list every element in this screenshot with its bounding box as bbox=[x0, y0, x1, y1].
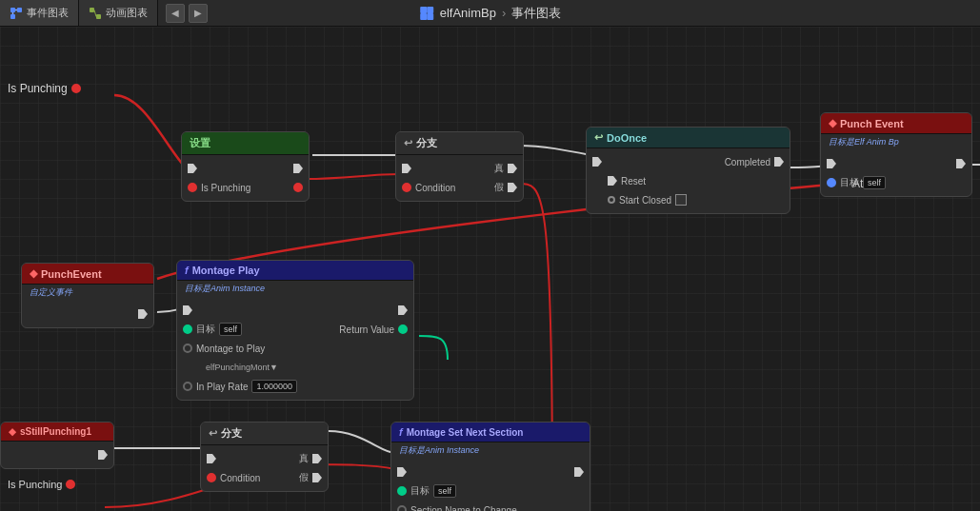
svg-rect-5 bbox=[90, 8, 94, 12]
mp-exec-out[interactable] bbox=[398, 305, 408, 315]
branch1-condition-pin[interactable] bbox=[402, 183, 411, 192]
doonce-reset-pin[interactable] bbox=[608, 176, 617, 186]
punch-event-exec-row bbox=[821, 154, 971, 173]
still-punching-body bbox=[1, 442, 113, 468]
montage-play-node: f Montage Play 目标是Anim Instance 目标 self … bbox=[176, 260, 414, 401]
set-node: 设置 Is Punching bbox=[181, 131, 310, 202]
mp-rate-label: In Play Rate bbox=[196, 382, 248, 392]
var-is-punching-node: Is Punching bbox=[8, 82, 81, 95]
set-ispunching-out-pin[interactable] bbox=[293, 183, 303, 192]
punch-event-header: ◆ Punch Event bbox=[821, 113, 971, 134]
branch1-header: ↩ 分支 bbox=[396, 132, 523, 155]
ms-target-value: self bbox=[433, 484, 456, 498]
svg-rect-2 bbox=[10, 14, 15, 19]
montage-play-subtitle: 目标是Anim Instance bbox=[177, 281, 413, 297]
custom-event-exec-out[interactable] bbox=[138, 309, 148, 319]
punch-event-body: 目标 self bbox=[821, 150, 971, 196]
svg-rect-9 bbox=[427, 7, 433, 13]
svg-rect-8 bbox=[420, 7, 427, 13]
still-exec-out[interactable] bbox=[98, 450, 108, 460]
doonce-startclosed-label: Start Closed bbox=[619, 195, 671, 206]
tab-event-graph[interactable]: 事件图表 bbox=[0, 0, 79, 26]
doonce-completed-label: Completed bbox=[725, 157, 770, 167]
doonce-startclosed-checkbox[interactable] bbox=[675, 194, 687, 206]
set-node-body: Is Punching bbox=[182, 155, 309, 201]
svg-rect-1 bbox=[17, 8, 22, 12]
set-ispunching-label: Is Punching bbox=[201, 183, 250, 193]
mp-montage-name: elfPunchingMont▼ bbox=[206, 363, 278, 372]
branch1-exec-row: 真 bbox=[396, 159, 523, 178]
still-punching-node: ◆ sStillPunching1 bbox=[0, 422, 114, 469]
branch1-exec-in[interactable] bbox=[402, 164, 411, 173]
branch2-header: ↩ 分支 bbox=[201, 423, 328, 445]
mp-exec-in[interactable] bbox=[183, 305, 192, 315]
anim-graph-icon bbox=[89, 7, 102, 20]
mp-montage-label: Montage to Play bbox=[196, 344, 265, 354]
set-exec-in-pin[interactable] bbox=[188, 164, 197, 173]
doonce-reset-label: Reset bbox=[621, 176, 646, 187]
branch2-true-label: 真 bbox=[299, 452, 309, 465]
set-node-header: 设置 bbox=[182, 132, 309, 155]
mp-exec-row bbox=[177, 301, 413, 320]
doonce-exec-in[interactable] bbox=[592, 157, 602, 167]
punch-event-target-in[interactable] bbox=[827, 178, 836, 187]
branch1-true-pin[interactable] bbox=[508, 164, 517, 173]
breadcrumb-app: elfAnimBp bbox=[440, 6, 496, 20]
canvas: Is Punching 设置 Is Punching ↩ 分支 bbox=[0, 27, 980, 511]
branch2-title: 分支 bbox=[221, 426, 242, 441]
doonce-completed-pin[interactable] bbox=[774, 157, 784, 167]
svg-rect-11 bbox=[427, 13, 433, 20]
punch-event-subtitle: 目标是Elf Anim Bp bbox=[821, 134, 971, 150]
doonce-node: ↩ DoOnce Completed Reset Start Closed bbox=[586, 127, 790, 214]
mp-return-label: Return Value bbox=[339, 324, 394, 335]
branch1-false-pin[interactable] bbox=[508, 183, 517, 192]
ms-exec-in[interactable] bbox=[397, 467, 407, 477]
branch2-true-pin[interactable] bbox=[312, 454, 322, 463]
mp-rate-value: 1.000000 bbox=[251, 380, 297, 393]
var-output-pin[interactable] bbox=[71, 84, 81, 93]
punch-event-exec-out[interactable] bbox=[956, 159, 966, 168]
mp-rate-row: In Play Rate 1.000000 bbox=[177, 377, 413, 396]
branch2-false-label: 假 bbox=[299, 471, 309, 484]
punch-event-exec-in[interactable] bbox=[827, 159, 836, 168]
set-exec-out-pin[interactable] bbox=[293, 164, 303, 173]
branch-node-1: ↩ 分支 真 Condition 假 bbox=[395, 131, 524, 202]
at-label: At bbox=[852, 177, 863, 190]
custom-event-exec-row bbox=[22, 305, 153, 324]
custom-event-header: ◆ PunchEvent bbox=[22, 264, 153, 285]
nav-back-button[interactable]: ◀ bbox=[166, 4, 185, 23]
branch2-exec-in[interactable] bbox=[207, 454, 216, 463]
branch1-condition-label: Condition bbox=[415, 183, 455, 193]
mp-return-pin[interactable] bbox=[398, 324, 408, 334]
ms-target-in[interactable] bbox=[397, 486, 407, 496]
ms-target-row: 目标 self bbox=[391, 482, 590, 501]
mp-target-in[interactable] bbox=[183, 324, 192, 334]
top-bar: 事件图表 动画图表 ◀ ▶ elfAnimBp › 事件图表 bbox=[0, 0, 980, 27]
mp-rate-pin[interactable] bbox=[183, 382, 192, 391]
event-graph-icon bbox=[10, 7, 23, 20]
tab-anim-graph[interactable]: 动画图表 bbox=[79, 0, 158, 26]
svg-line-7 bbox=[94, 10, 96, 16]
set-ispunching-in-pin[interactable] bbox=[188, 183, 197, 192]
punch-event-title: Punch Event bbox=[840, 118, 904, 129]
ms-target-label: 目标 bbox=[410, 484, 430, 498]
doonce-startclosed-pin[interactable] bbox=[608, 196, 615, 204]
nav-forward-button[interactable]: ▶ bbox=[189, 4, 208, 23]
var-bottom-label: Is Punching bbox=[8, 479, 62, 490]
var-bottom-pin[interactable] bbox=[66, 480, 75, 489]
mp-montage-pin[interactable] bbox=[183, 344, 192, 353]
branch1-body: 真 Condition 假 bbox=[396, 155, 523, 201]
branch2-false-pin[interactable] bbox=[312, 473, 322, 482]
ms-section-pin[interactable] bbox=[397, 505, 407, 511]
branch1-true-label: 真 bbox=[494, 162, 504, 175]
custom-event-node: ◆ PunchEvent 自定义事件 bbox=[21, 263, 154, 328]
mp-target-label: 目标 bbox=[196, 323, 215, 336]
doonce-startclosed-row: Start Closed bbox=[587, 190, 790, 209]
branch1-condition-row: Condition 假 bbox=[396, 178, 523, 197]
doonce-body: Completed Reset Start Closed bbox=[587, 148, 790, 213]
ms-exec-out[interactable] bbox=[574, 467, 584, 477]
branch1-false-label: 假 bbox=[494, 181, 504, 194]
branch2-condition-pin[interactable] bbox=[207, 473, 216, 482]
set-node-title: 设置 bbox=[190, 136, 210, 150]
bp-icon bbox=[419, 6, 434, 21]
